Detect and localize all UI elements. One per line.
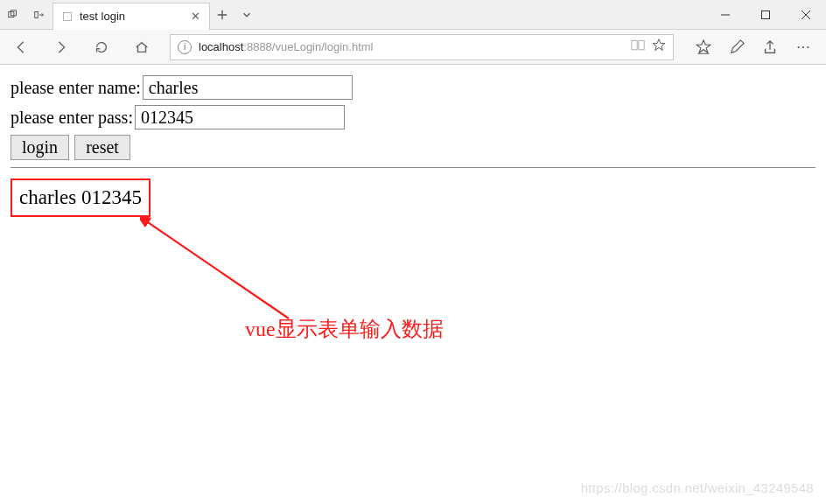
svg-point-7	[807, 46, 808, 47]
set-aside-tabs-icon[interactable]	[26, 0, 52, 30]
back-button[interactable]	[9, 35, 33, 60]
addr-host: localhost	[199, 40, 243, 53]
new-tab-button[interactable]	[210, 9, 234, 21]
tab-actions-chevron-icon[interactable]	[234, 9, 259, 21]
toolbar-right-group	[690, 38, 817, 56]
home-button[interactable]	[130, 35, 154, 60]
address-input[interactable]: localhost:8888/vueLogin/login.html	[199, 40, 624, 53]
browser-tab[interactable]: test login ✕	[52, 3, 210, 30]
page-content: please enter name: please enter pass: lo…	[0, 65, 826, 228]
addr-path: /vueLogin/login.html	[272, 40, 374, 53]
tab-close-icon[interactable]: ✕	[191, 10, 200, 23]
titlebar-left-group: test login ✕	[0, 0, 259, 29]
forward-button[interactable]	[49, 35, 74, 60]
site-info-icon[interactable]: i	[178, 40, 192, 54]
svg-rect-3	[64, 12, 72, 20]
annotation-arrow-icon	[140, 215, 315, 329]
tabs-overview-icon[interactable]	[0, 0, 26, 30]
share-icon[interactable]	[761, 38, 779, 56]
minimize-button[interactable]	[705, 0, 746, 30]
page-icon	[62, 11, 73, 22]
pass-input[interactable]	[135, 105, 345, 130]
separator	[10, 167, 816, 168]
name-row: please enter name:	[10, 75, 816, 100]
pass-label: please enter pass:	[10, 108, 133, 128]
login-button[interactable]: login	[10, 135, 69, 160]
pass-row: please enter pass:	[10, 105, 816, 130]
favorite-star-icon[interactable]	[652, 38, 666, 55]
more-icon[interactable]	[794, 38, 812, 56]
svg-point-5	[798, 46, 800, 47]
svg-rect-2	[35, 11, 38, 18]
annotation-text: vue显示表单输入数据	[245, 315, 444, 343]
titlebar-spacer	[259, 0, 705, 29]
notes-icon[interactable]	[728, 38, 746, 56]
output-box: charles 012345	[10, 178, 150, 217]
window-controls	[705, 0, 826, 29]
button-row: login reset	[10, 135, 816, 160]
maximize-button[interactable]	[746, 0, 786, 30]
addr-port: :8888	[243, 40, 272, 53]
refresh-button[interactable]	[89, 35, 114, 60]
address-bar[interactable]: i localhost:8888/vueLogin/login.html	[170, 34, 674, 60]
favorites-list-icon[interactable]	[695, 38, 712, 56]
reset-button[interactable]: reset	[74, 135, 130, 160]
svg-line-8	[145, 220, 289, 318]
name-input[interactable]	[143, 75, 353, 100]
name-label: please enter name:	[10, 78, 141, 98]
svg-point-6	[802, 46, 804, 47]
close-window-button[interactable]	[786, 0, 826, 30]
browser-toolbar: i localhost:8888/vueLogin/login.html	[0, 30, 826, 65]
reading-view-icon[interactable]	[631, 39, 645, 54]
output-text: charles 012345	[19, 186, 142, 208]
tab-title: test login	[80, 10, 184, 23]
watermark: https://blog.csdn.net/weixin_43249548	[581, 480, 814, 495]
title-bar: test login ✕	[0, 0, 826, 30]
svg-rect-4	[762, 11, 770, 19]
